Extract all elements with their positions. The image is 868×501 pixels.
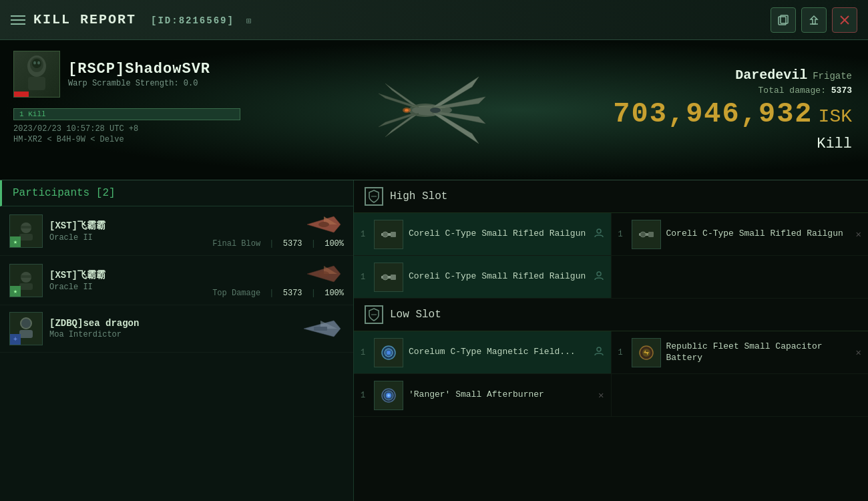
participant-star-green: ★ bbox=[10, 286, 21, 297]
close-icon[interactable]: ✕ bbox=[856, 228, 861, 240]
participant-avatar: ★ bbox=[9, 264, 43, 297]
svg-rect-17 bbox=[21, 226, 31, 228]
svg-point-14 bbox=[430, 108, 441, 113]
copy-button[interactable] bbox=[771, 7, 796, 33]
svg-point-6 bbox=[32, 59, 41, 68]
svg-rect-36 bbox=[391, 275, 396, 280]
high-slot-header: High Slot bbox=[354, 180, 868, 213]
slot-icon-railgun bbox=[374, 220, 403, 249]
high-slot-row-2: 1 Coreli C-Type Small Rifled Railgun bbox=[354, 256, 868, 299]
kill-badge: 1 Kill bbox=[13, 108, 240, 120]
svg-point-30 bbox=[383, 232, 388, 237]
svg-rect-9 bbox=[28, 77, 45, 90]
svg-point-34 bbox=[640, 232, 646, 237]
slot-name: Coreli C-Type Small Rifled Railgun bbox=[409, 271, 588, 283]
svg-rect-25 bbox=[19, 330, 33, 338]
svg-rect-20 bbox=[19, 283, 33, 290]
high-slot-row-1: 1 Coreli C-Type Small Rifled Railgun bbox=[354, 213, 868, 256]
slot-icon-railgun2 bbox=[374, 263, 403, 292]
main-content: Participants [2] ★ [XST]飞霸霸 Oracle II bbox=[0, 180, 868, 501]
kill-location: HM-XR2 < B4H-9W < Delve bbox=[13, 135, 240, 144]
slot-item-right: 1 Coreli C-Type Small Rifled Railgun ✕ bbox=[611, 213, 869, 255]
low-slot-label: Low Slot bbox=[390, 309, 441, 321]
svg-point-7 bbox=[33, 61, 36, 65]
svg-point-49 bbox=[387, 394, 390, 397]
slot-item-left[interactable]: 1 Coreli C-Type Small Rifled Railgun bbox=[354, 213, 611, 255]
person-icon bbox=[594, 228, 604, 241]
slot-item-afterburner[interactable]: 1 'Ranger' Small Afterburner ✕ bbox=[354, 374, 611, 416]
svg-point-8 bbox=[37, 61, 40, 65]
participants-panel: Participants [2] ★ [XST]飞霸霸 Oracle II bbox=[0, 180, 354, 501]
banner-right: Daredevil Frigate Total damage: 5373 703… bbox=[597, 40, 868, 180]
slot-name: 'Ranger' Small Afterburner bbox=[409, 389, 593, 401]
participant-stats: Top Damage | 5373 | 100% bbox=[212, 289, 344, 298]
slot-name: Corelum C-Type Magnetic Field... bbox=[409, 347, 588, 358]
kill-timestamp: 2023/02/23 10:57:28 UTC +8 bbox=[13, 124, 240, 134]
svg-rect-29 bbox=[391, 232, 396, 237]
shield-icon bbox=[365, 187, 383, 206]
pilot-name: [RSCP]ShadowSVR bbox=[68, 61, 240, 77]
svg-point-43 bbox=[597, 347, 601, 351]
total-damage: Total damage: 5373 bbox=[758, 86, 852, 96]
participant-avatar: ★ bbox=[9, 214, 43, 248]
slot-icon-afterburner bbox=[374, 381, 403, 410]
banner-left: [RSCP]ShadowSVR Warp Scramble Strength: … bbox=[0, 40, 254, 180]
pilot-avatar bbox=[13, 51, 60, 98]
list-item: ★ [XST]飞霸霸 Oracle II Final Blow | 5373 | bbox=[0, 206, 353, 256]
list-item: + [ZDBQ]sea dragon Moa Interdictor bbox=[0, 305, 353, 353]
svg-point-13 bbox=[405, 109, 409, 112]
shield-low-icon bbox=[365, 305, 383, 324]
isk-row: 703,946,932 ISK bbox=[613, 98, 852, 130]
high-slot-label: High Slot bbox=[390, 190, 447, 202]
participant-info: [ZDBQ]sea dragon Moa Interdictor bbox=[49, 318, 290, 339]
svg-rect-16 bbox=[19, 234, 33, 240]
person-icon bbox=[594, 346, 604, 359]
slot-item-capacitor: 1 Republic Fleet Small Capacitor Battery… bbox=[611, 331, 869, 373]
slot-item-left-2[interactable]: 1 Coreli C-Type Small Rifled Railgun bbox=[354, 256, 611, 298]
participant-avatar: + bbox=[9, 312, 43, 345]
participant-star-green: ★ bbox=[10, 236, 21, 247]
slot-item-right-empty2 bbox=[611, 374, 869, 416]
person-icon bbox=[594, 271, 604, 284]
svg-point-37 bbox=[383, 275, 388, 280]
svg-point-31 bbox=[597, 229, 601, 233]
list-item: ★ [XST]飞霸霸 Oracle II Top Damage | 5373 |… bbox=[0, 256, 353, 305]
export-button[interactable] bbox=[801, 7, 827, 33]
banner-ship bbox=[254, 40, 597, 180]
close-button[interactable] bbox=[832, 7, 857, 33]
participant-stats: Final Blow | 5373 | 100% bbox=[212, 239, 344, 248]
menu-icon[interactable] bbox=[11, 15, 25, 25]
svg-point-24 bbox=[21, 319, 31, 328]
pilot-info: [RSCP]ShadowSVR Warp Scramble Strength: … bbox=[68, 61, 240, 88]
slot-icon-railgun-right bbox=[632, 220, 661, 249]
svg-rect-21 bbox=[21, 275, 31, 278]
ship-class: Daredevil Frigate bbox=[735, 67, 852, 83]
slot-name: Republic Fleet Small Capacitor Battery bbox=[666, 341, 851, 364]
participant-info: [XST]飞霸霸 Oracle II bbox=[49, 269, 206, 292]
participants-header: Participants [2] bbox=[0, 180, 353, 206]
kill-type: Kill bbox=[817, 136, 852, 152]
low-slot-header: Low Slot bbox=[354, 299, 868, 331]
slot-name: Coreli C-Type Small Rifled Railgun bbox=[666, 228, 851, 240]
close-icon[interactable]: ✕ bbox=[598, 389, 604, 401]
page-title: KILL REPORT [ID:8216569] ⊞ bbox=[33, 12, 763, 27]
participant-star-blue: + bbox=[10, 334, 21, 345]
slots-panel: High Slot 1 Coreli C-Type Small Rifled R… bbox=[354, 180, 868, 501]
slot-icon-magnetic bbox=[374, 338, 403, 367]
kill-banner: [RSCP]ShadowSVR Warp Scramble Strength: … bbox=[0, 40, 868, 180]
low-slot-row-2: 1 'Ranger' Small Afterburner ✕ bbox=[354, 374, 868, 417]
pilot-row: [RSCP]ShadowSVR Warp Scramble Strength: … bbox=[13, 51, 240, 98]
participant-info: [XST]飞霸霸 Oracle II bbox=[49, 220, 206, 242]
slot-item-right-empty bbox=[611, 256, 869, 298]
header: KILL REPORT [ID:8216569] ⊞ bbox=[0, 0, 868, 40]
svg-rect-33 bbox=[648, 232, 654, 237]
slot-name: Coreli C-Type Small Rifled Railgun bbox=[409, 228, 588, 240]
close-icon[interactable]: ✕ bbox=[856, 347, 861, 358]
slot-icon-capacitor bbox=[632, 338, 661, 367]
low-slot-row-1: 1 Corelum C-Type Magnetic Field... bbox=[354, 331, 868, 374]
svg-point-38 bbox=[597, 272, 601, 276]
slot-item-magnetic[interactable]: 1 Corelum C-Type Magnetic Field... bbox=[354, 331, 611, 373]
svg-rect-26 bbox=[314, 327, 327, 331]
header-actions bbox=[771, 7, 857, 33]
svg-point-18 bbox=[318, 222, 329, 227]
